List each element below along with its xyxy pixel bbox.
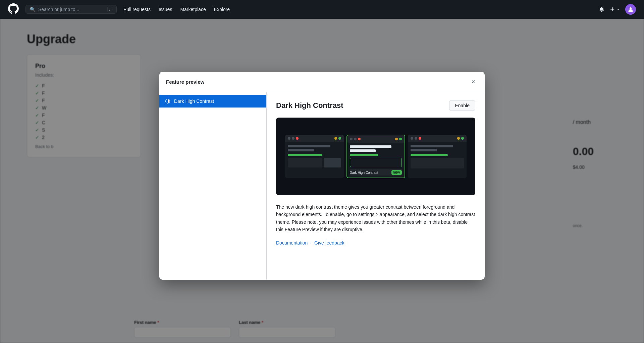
mini-text [411, 145, 453, 147]
nav-links: Pull requests Issues Marketplace Explore [123, 7, 230, 12]
window-label-badge: NEW [391, 170, 402, 175]
mini-window-right [408, 135, 467, 178]
nav-issues[interactable]: Issues [159, 7, 172, 12]
documentation-link[interactable]: Documentation [276, 240, 308, 245]
mini-bar [288, 154, 322, 156]
github-logo-icon[interactable] [8, 3, 19, 15]
window-label-text: Dark High Contrast [350, 170, 378, 174]
give-feedback-link[interactable]: Give feedback [314, 240, 344, 245]
contrast-icon [165, 98, 171, 104]
mini-text [288, 145, 330, 147]
mini-input [350, 158, 402, 167]
search-icon: 🔍 [30, 7, 36, 12]
enable-button[interactable]: Enable [449, 100, 475, 111]
window-dot-max [461, 137, 464, 140]
window-dot-max [338, 137, 341, 140]
window-dot-close [358, 138, 361, 140]
mini-window-left [285, 135, 344, 178]
mini-window-content-right [408, 142, 467, 171]
nav-pull-requests[interactable]: Pull requests [123, 7, 151, 12]
mini-text [350, 145, 391, 148]
feature-detail-panel: Dark High Contrast Enable [267, 92, 485, 280]
mini-text [288, 149, 315, 151]
window-dot-min [334, 137, 337, 140]
feature-preview-modal: Feature preview × Dark High Contrast Dar… [159, 72, 485, 280]
window-dot-close [296, 137, 299, 140]
window-dot-min [395, 138, 398, 140]
features-sidebar: Dark High Contrast [159, 92, 267, 280]
mini-text [350, 149, 376, 152]
top-navigation: 🔍 Search or jump to... / Pull requests I… [0, 0, 644, 19]
window-dot-max [399, 138, 402, 140]
mini-block [411, 158, 464, 168]
modal-header: Feature preview × [159, 72, 485, 92]
topnav-right-actions [599, 4, 636, 15]
window-dot [415, 137, 417, 140]
mini-bar [411, 154, 448, 156]
search-slash-hint: / [107, 7, 112, 12]
search-bar[interactable]: 🔍 Search or jump to... / [25, 5, 117, 14]
window-dot [292, 137, 294, 140]
search-placeholder-text: Search or jump to... [38, 7, 105, 12]
mini-window-bar-left [285, 135, 344, 142]
mini-text [411, 149, 437, 151]
feature-links: Documentation · Give feedback [276, 240, 475, 245]
notifications-button[interactable] [599, 7, 604, 12]
feature-description: The new dark high contrast theme gives y… [276, 203, 475, 233]
mini-window-bar-center [347, 135, 405, 143]
window-dot-min [457, 137, 460, 140]
window-dot [411, 137, 413, 140]
nav-explore[interactable]: Explore [214, 7, 230, 12]
mini-row [288, 158, 341, 167]
sidebar-item-label: Dark High Contrast [174, 98, 214, 104]
modal-body: Dark High Contrast Dark High Contrast En… [159, 92, 485, 280]
mini-block [288, 158, 322, 167]
mini-window-content-left [285, 142, 344, 170]
window-dot [354, 138, 357, 140]
window-dot [288, 137, 290, 140]
modal-title: Feature preview [166, 79, 204, 84]
link-separator: · [310, 240, 312, 245]
modal-close-button[interactable]: × [469, 77, 478, 86]
feature-header: Dark High Contrast Enable [276, 100, 475, 111]
mini-block [324, 158, 341, 167]
feature-title: Dark High Contrast [276, 101, 343, 110]
user-avatar[interactable] [625, 4, 636, 15]
window-dot-close [419, 137, 421, 140]
window-dot [350, 138, 353, 140]
nav-marketplace[interactable]: Marketplace [180, 7, 206, 12]
feature-preview-image: Dark High Contrast NEW [276, 118, 475, 195]
create-new-button[interactable] [610, 7, 620, 12]
window-label: Dark High Contrast NEW [350, 170, 402, 175]
mini-window-bar-right [408, 135, 467, 142]
mini-bar [350, 154, 378, 156]
sidebar-item-dark-high-contrast[interactable]: Dark High Contrast [159, 95, 266, 108]
mini-window-center: Dark High Contrast NEW [346, 135, 405, 178]
